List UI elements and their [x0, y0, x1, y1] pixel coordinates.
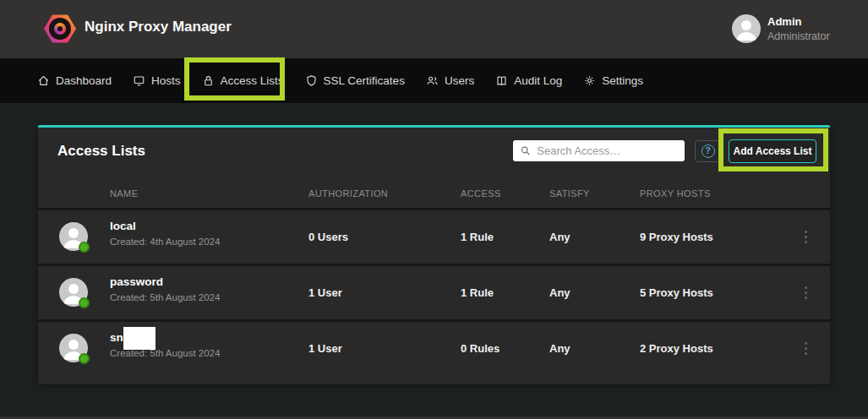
user-avatar[interactable]: [732, 14, 761, 43]
nav-item-dashboard[interactable]: Dashboard: [37, 74, 112, 87]
nav-label: Audit Log: [514, 74, 562, 87]
column-header-access: ACCESS: [461, 188, 501, 199]
search-box: [513, 140, 685, 161]
person-icon: [732, 14, 761, 43]
cell-proxy-hosts: 5 Proxy Hosts: [640, 266, 713, 319]
name-block: password Created: 5th August 2024: [110, 275, 220, 302]
nav-item-users[interactable]: Users: [426, 74, 474, 87]
cell-authorization: 1 User: [308, 322, 342, 375]
magnifier-icon: [520, 144, 531, 157]
access-list-name: password: [110, 275, 220, 288]
cell-proxy-hosts: 2 Proxy Hosts: [640, 322, 713, 375]
nav-label: Dashboard: [56, 74, 112, 87]
cell-satisfy: Any: [549, 210, 570, 264]
table-row[interactable]: local Created: 4th August 2024 0 Users 1…: [38, 208, 830, 264]
app-logo-icon: [44, 14, 76, 44]
row-menu-kebab-icon[interactable]: [800, 340, 811, 358]
status-dot: [79, 353, 90, 364]
status-dot: [79, 297, 90, 308]
cell-authorization: 0 Users: [308, 210, 348, 264]
nav-label: Settings: [602, 74, 643, 87]
logo-dot: [54, 23, 66, 35]
cell-access: 1 Rule: [461, 210, 494, 264]
lock-icon: [202, 74, 215, 87]
users-icon: [426, 74, 439, 87]
avatar: [59, 278, 88, 307]
logo-ring: [49, 18, 71, 40]
cell-satisfy: Any: [549, 322, 570, 375]
access-list-created: Created: 5th August 2024: [110, 292, 220, 302]
cell-proxy-hosts: 9 Proxy Hosts: [640, 210, 713, 264]
shield-icon: [305, 74, 318, 87]
nav-item-audit-log[interactable]: Audit Log: [495, 74, 562, 87]
avatar: [59, 222, 88, 251]
column-header-satisfy: SATISFY: [549, 188, 590, 199]
user-name[interactable]: Admin: [767, 15, 801, 28]
nav-item-ssl-certificates[interactable]: SSL Certificates: [305, 74, 405, 87]
access-lists-panel: Access Lists ? Add Access List NAME AUTH…: [38, 125, 830, 384]
redaction-box: [123, 327, 156, 350]
name-block: local Created: 4th August 2024: [110, 220, 220, 247]
column-header-authorization: AUTHORIZATION: [308, 188, 388, 199]
user-role: Administrator: [767, 30, 830, 42]
table-row[interactable]: sn Created: 5th August 2024 1 User 0 Rul…: [38, 319, 830, 375]
nav-label: Access Lists: [221, 74, 284, 87]
search-input[interactable]: [537, 144, 678, 157]
access-list-table-body: local Created: 4th August 2024 0 Users 1…: [38, 208, 830, 375]
gear-icon: [583, 74, 596, 87]
column-header-proxy-hosts: PROXY HOSTS: [640, 188, 711, 199]
row-menu-kebab-icon[interactable]: [800, 284, 811, 302]
column-header-name: NAME: [110, 188, 138, 199]
status-dot: [79, 242, 90, 253]
question-mark-circle-icon: ?: [701, 144, 715, 158]
monitor-icon: [133, 74, 145, 87]
help-button[interactable]: ?: [695, 140, 721, 162]
nav-label: SSL Certificates: [324, 74, 405, 87]
add-access-list-button[interactable]: Add Access List: [729, 139, 816, 163]
nav-label: Users: [445, 74, 474, 87]
table-row[interactable]: password Created: 5th August 2024 1 User…: [38, 264, 830, 319]
cell-access: 0 Rules: [461, 322, 500, 375]
cell-satisfy: Any: [549, 266, 570, 319]
nginx-proxy-manager-app: Nginx Proxy Manager Admin Administrator …: [0, 0, 868, 419]
main-nav: Dashboard Hosts Access Lists SSL Certifi…: [0, 58, 868, 103]
book-icon: [495, 74, 508, 87]
access-list-created: Created: 4th August 2024: [110, 237, 220, 247]
app-header: Nginx Proxy Manager Admin Administrator: [0, 0, 868, 58]
cell-access: 1 Rule: [461, 266, 494, 319]
panel-title: Access Lists: [57, 143, 145, 160]
home-icon: [37, 74, 50, 87]
row-menu-kebab-icon[interactable]: [800, 228, 811, 247]
nav-item-settings[interactable]: Settings: [583, 74, 643, 87]
nav-label: Hosts: [151, 74, 181, 87]
nav-item-access-lists[interactable]: Access Lists: [202, 74, 284, 87]
avatar: [59, 334, 88, 362]
app-title: Nginx Proxy Manager: [85, 19, 232, 35]
nav-item-hosts[interactable]: Hosts: [133, 74, 181, 87]
cell-authorization: 1 User: [308, 266, 342, 319]
access-list-name: local: [110, 220, 220, 232]
